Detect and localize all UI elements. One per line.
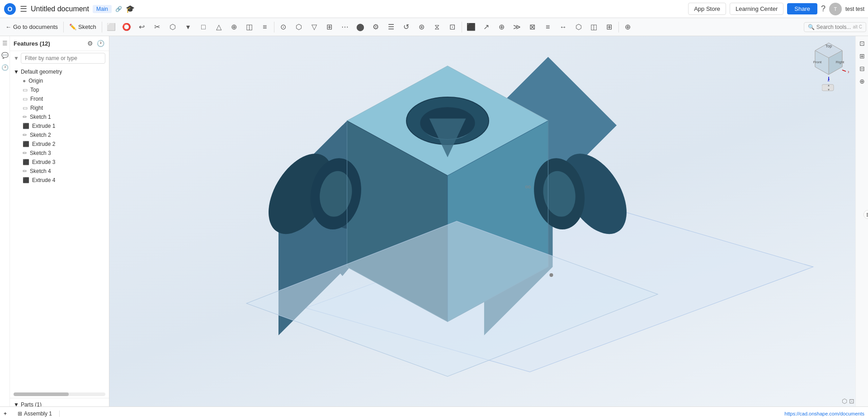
- sketch-button[interactable]: ✏️ Sketch: [66, 22, 100, 32]
- tree-item-sketch3[interactable]: ✏ Sketch 3: [10, 149, 109, 158]
- vert-tab-comments[interactable]: 💬: [1, 52, 9, 59]
- view-cube[interactable]: Top Right Front Z X: [808, 41, 849, 81]
- toolbar-btn-15[interactable]: ⊞: [322, 20, 337, 34]
- toolbar-btn-11[interactable]: ≡: [258, 20, 272, 34]
- toolbar-btn-34[interactable]: ⊕: [621, 20, 635, 34]
- right-icon-2[interactable]: ⊞: [859, 52, 865, 60]
- url-status[interactable]: https://cad.onshape.com/documents: [784, 411, 864, 416]
- sidebar-settings-icon[interactable]: ⚙: [86, 39, 94, 48]
- toolbar-btn-23[interactable]: ⊡: [445, 20, 460, 34]
- sidebar-scrollbar-thumb[interactable]: [14, 392, 69, 396]
- toolbar-btn-31[interactable]: ⬡: [571, 20, 586, 34]
- toolbar-btn-29[interactable]: ≡: [541, 20, 555, 34]
- toolbar-btn-4[interactable]: ✂: [150, 20, 165, 34]
- branch-label[interactable]: Main: [93, 5, 112, 13]
- go-to-documents-label: Go to documents: [13, 23, 58, 30]
- x-axis-label: X: [848, 70, 849, 74]
- user-avatar[interactable]: T: [829, 3, 842, 15]
- vert-tab-features[interactable]: ☰: [2, 40, 8, 47]
- right-icon-4[interactable]: ⊕: [859, 78, 865, 85]
- viewport-icon-1[interactable]: ⬡: [842, 397, 847, 405]
- onshape-logo[interactable]: O: [4, 3, 16, 15]
- share-button[interactable]: Share: [787, 3, 817, 14]
- search-shortcut: alt C: [853, 24, 862, 29]
- graduation-icon[interactable]: 🎓: [126, 5, 135, 13]
- tree-item-extrude3[interactable]: ⬛ Extrude 3: [10, 158, 109, 167]
- view-cube-controls[interactable]: [808, 84, 849, 92]
- tree-item-sketch1[interactable]: ✏ Sketch 1: [10, 112, 109, 121]
- dimension-label: oo: [525, 184, 531, 189]
- tree-item-extrude1[interactable]: ⬛ Extrude 1: [10, 121, 109, 131]
- toolbar-btn-7[interactable]: □: [196, 20, 211, 34]
- origin-icon: ●: [23, 78, 26, 84]
- toolbar-btn-10[interactable]: ◫: [242, 20, 257, 34]
- search-tools[interactable]: 🔍 Search tools... alt C: [804, 22, 866, 32]
- sidebar-history-icon[interactable]: 🕐: [96, 39, 105, 48]
- filter-input[interactable]: [21, 53, 105, 64]
- add-tab-button[interactable]: +: [0, 407, 10, 420]
- learning-center-button[interactable]: Learning Center: [730, 3, 783, 15]
- toolbar-btn-25[interactable]: ↗: [479, 20, 494, 34]
- assembly-icon: ⊞: [18, 411, 22, 417]
- logo-area: O: [4, 3, 16, 15]
- toolbar-btn-3[interactable]: ↩: [135, 20, 149, 34]
- toolbar-btn-13[interactable]: ⬡: [292, 20, 306, 34]
- toolbar-btn-21[interactable]: ⊛: [415, 20, 429, 34]
- toolbar-btn-27[interactable]: ≫: [510, 20, 524, 34]
- view-cube-left-label: Front: [813, 60, 822, 64]
- toolbar-btn-9[interactable]: ⊕: [227, 20, 241, 34]
- toolbar-btn-24[interactable]: ⬛: [464, 20, 478, 34]
- tree-item-front[interactable]: ▭ Front: [10, 94, 109, 103]
- sketch-icon-3: ✏: [23, 150, 27, 156]
- toolbar-btn-19[interactable]: ☰: [384, 20, 398, 34]
- app-store-button[interactable]: App Store: [688, 3, 726, 15]
- toolbar-btn-30[interactable]: ↔: [556, 20, 571, 34]
- go-to-documents-button[interactable]: ← Go to documents: [2, 22, 61, 32]
- right-icon-3[interactable]: ⊟: [859, 65, 865, 72]
- tree-item-right[interactable]: ▭ Right: [10, 103, 109, 112]
- viewport-icon-2[interactable]: ⊡: [849, 397, 854, 405]
- toolbar-btn-17[interactable]: ⬤: [353, 20, 368, 34]
- bottom-bar: + ⊞ Assembly 1 https://cad.onshape.com/d…: [0, 406, 868, 420]
- toolbar-btn-5[interactable]: ⬡: [165, 20, 180, 34]
- extrude-icon-1: ⬛: [23, 123, 29, 129]
- toolbar-btn-1[interactable]: ⬜: [104, 20, 118, 34]
- avatar-initials: T: [834, 6, 837, 12]
- toolbar-btn-26[interactable]: ⊕: [495, 20, 509, 34]
- sidebar-scrollbar[interactable]: [14, 392, 105, 396]
- toolbar-btn-32[interactable]: ◫: [587, 20, 601, 34]
- 3d-viewport[interactable]: oo Top Right Front Z X: [109, 36, 868, 420]
- toolbar-btn-22[interactable]: ⧖: [430, 20, 444, 34]
- z-axis-label: Z: [828, 78, 830, 81]
- toolbar-btn-16[interactable]: ⋯: [338, 20, 352, 34]
- reference-point: [549, 273, 553, 277]
- toolbar-btn-8[interactable]: △: [212, 20, 226, 34]
- toolbar-btn-18[interactable]: ⚙: [368, 20, 383, 34]
- feature-tree: ▼ Default geometry ● Origin ▭ Top ▭ Fron…: [10, 65, 109, 391]
- link-icon[interactable]: 🔗: [115, 6, 122, 12]
- tree-item-sketch2[interactable]: ✏ Sketch 2: [10, 131, 109, 140]
- topbar: O ☰ Untitled document Main 🔗 🎓 App Store…: [0, 0, 868, 18]
- toolbar-btn-6[interactable]: ▾: [181, 20, 195, 34]
- toolbar-btn-20[interactable]: ↺: [399, 20, 414, 34]
- toolbar-btn-14[interactable]: ▽: [307, 20, 321, 34]
- hamburger-menu[interactable]: ☰: [20, 4, 27, 14]
- help-button[interactable]: ?: [821, 4, 826, 14]
- tree-item-extrude2[interactable]: ⬛ Extrude 2: [10, 140, 109, 149]
- assembly-1-tab[interactable]: ⊞ Assembly 1: [10, 411, 60, 417]
- toolbar-btn-12[interactable]: ⊙: [276, 20, 291, 34]
- toolbar-btn-2[interactable]: ⭕: [119, 20, 134, 34]
- plane-icon-right: ▭: [23, 105, 28, 111]
- tree-item-top[interactable]: ▭ Top: [10, 85, 109, 94]
- tree-item-sketch4[interactable]: ✏ Sketch 4: [10, 167, 109, 176]
- tree-item-extrude4[interactable]: ⬛ Extrude 4: [10, 176, 109, 185]
- toolbar-btn-33[interactable]: ⊞: [602, 20, 617, 34]
- right-icon-1[interactable]: ⊡: [859, 40, 865, 47]
- default-geometry-group[interactable]: ▼ Default geometry: [10, 67, 109, 76]
- toolbar-btn-28[interactable]: ⊠: [525, 20, 540, 34]
- svg-text:O: O: [8, 5, 13, 13]
- vert-tab-history[interactable]: 🕐: [1, 64, 9, 71]
- bottom-right-area: https://cad.onshape.com/documents: [784, 411, 868, 416]
- tree-item-origin[interactable]: ● Origin: [10, 76, 109, 85]
- extrude-icon-3: ⬛: [23, 159, 29, 165]
